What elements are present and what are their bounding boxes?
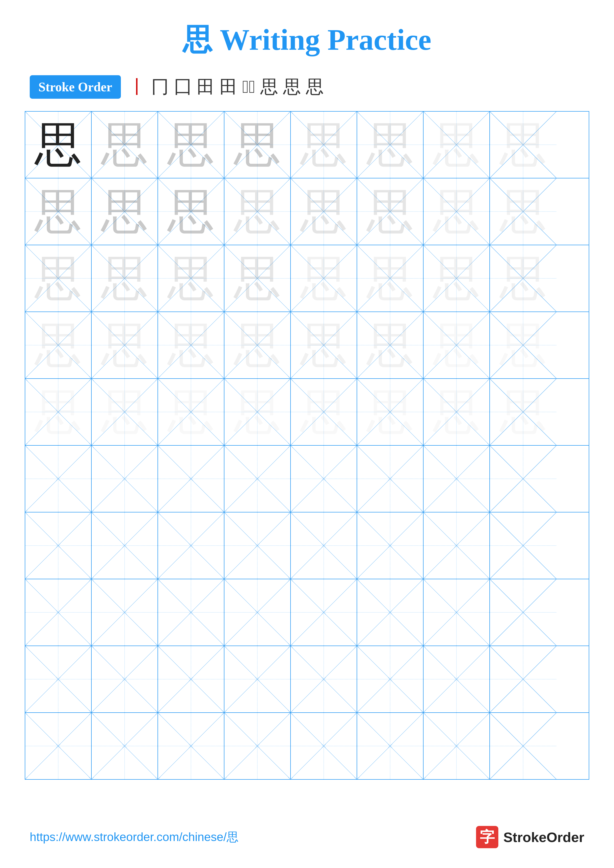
grid-row: [25, 446, 589, 512]
grid-cell[interactable]: [291, 646, 357, 712]
grid-cell[interactable]: [291, 512, 357, 579]
grid-cell[interactable]: [92, 579, 158, 646]
grid-cell[interactable]: 思: [158, 379, 224, 445]
grid-cell[interactable]: [92, 713, 158, 779]
grid-cell[interactable]: 思: [357, 312, 424, 378]
grid-cell[interactable]: [357, 713, 424, 779]
grid-cell[interactable]: [158, 446, 224, 512]
grid-cell[interactable]: [357, 646, 424, 712]
grid-cell[interactable]: [224, 713, 291, 779]
grid-cell[interactable]: [224, 446, 291, 512]
practice-char: 思: [500, 389, 547, 436]
grid-cell[interactable]: 思: [357, 245, 424, 312]
grid-cell[interactable]: 思: [291, 178, 357, 245]
grid-cell[interactable]: [92, 446, 158, 512]
grid-cell[interactable]: [490, 446, 556, 512]
grid-cell[interactable]: [25, 512, 92, 579]
practice-char: 思: [300, 121, 347, 168]
grid-cell[interactable]: 思: [291, 379, 357, 445]
grid-cell[interactable]: 思: [158, 245, 224, 312]
practice-char: 思: [367, 322, 413, 369]
grid-cell[interactable]: 思: [92, 178, 158, 245]
grid-cell[interactable]: [25, 446, 92, 512]
grid-cell[interactable]: [357, 446, 424, 512]
grid-cell[interactable]: [357, 579, 424, 646]
practice-char: 思: [168, 322, 215, 369]
grid-cell[interactable]: 思: [291, 245, 357, 312]
grid-cell[interactable]: [490, 579, 556, 646]
grid-cell[interactable]: 思: [25, 112, 92, 178]
grid-cell[interactable]: [92, 512, 158, 579]
grid-cell[interactable]: 思: [357, 112, 424, 178]
grid-cell[interactable]: 思: [224, 112, 291, 178]
grid-cell[interactable]: 思: [291, 312, 357, 378]
grid-cell[interactable]: 思: [224, 245, 291, 312]
grid-cell[interactable]: [224, 512, 291, 579]
grid-cell[interactable]: 思: [424, 245, 490, 312]
grid-cell[interactable]: [424, 579, 490, 646]
grid-cell[interactable]: [25, 579, 92, 646]
grid-cell[interactable]: 思: [92, 112, 158, 178]
grid-cell[interactable]: 思: [224, 312, 291, 378]
grid-cell[interactable]: 思: [158, 312, 224, 378]
grid-cell[interactable]: [490, 646, 556, 712]
grid-cell[interactable]: [92, 646, 158, 712]
grid-cell[interactable]: 思: [224, 178, 291, 245]
grid-cell[interactable]: 思: [25, 312, 92, 378]
practice-char: 思: [367, 389, 413, 436]
grid-cell[interactable]: 思: [25, 245, 92, 312]
grid-cell[interactable]: [490, 512, 556, 579]
grid-cell[interactable]: 思: [357, 379, 424, 445]
practice-char: 思: [168, 255, 215, 302]
grid-row: 思 思 思 思 思 思 思 思: [25, 112, 589, 178]
grid-cell[interactable]: 思: [92, 379, 158, 445]
grid-cell[interactable]: 思: [357, 178, 424, 245]
grid-cell[interactable]: [224, 646, 291, 712]
grid-cell[interactable]: 思: [92, 312, 158, 378]
grid-cell[interactable]: 思: [424, 178, 490, 245]
grid-cell[interactable]: 思: [490, 178, 556, 245]
grid-cell[interactable]: [357, 512, 424, 579]
grid-cell[interactable]: 思: [424, 312, 490, 378]
grid-cell[interactable]: 思: [25, 178, 92, 245]
grid-cell[interactable]: [424, 713, 490, 779]
grid-row: [25, 579, 589, 646]
stroke-seq-char-2: 冂: [151, 75, 169, 99]
grid-cell[interactable]: [158, 713, 224, 779]
grid-cell[interactable]: [224, 579, 291, 646]
grid-cell[interactable]: 思: [490, 245, 556, 312]
grid-cell[interactable]: 思: [424, 379, 490, 445]
grid-cell[interactable]: [490, 713, 556, 779]
practice-char: 思: [300, 188, 347, 235]
grid-cell[interactable]: 思: [490, 379, 556, 445]
grid-cell[interactable]: 思: [158, 112, 224, 178]
grid-cell[interactable]: [291, 713, 357, 779]
grid-cell[interactable]: 思: [424, 112, 490, 178]
grid-cell[interactable]: [158, 646, 224, 712]
grid-cell[interactable]: [158, 512, 224, 579]
practice-char: 思: [168, 121, 215, 168]
grid-cell[interactable]: [424, 646, 490, 712]
footer-url[interactable]: https://www.strokeorder.com/chinese/思: [30, 829, 238, 845]
grid-cell[interactable]: [25, 713, 92, 779]
practice-char: 思: [433, 322, 480, 369]
practice-char: 思: [300, 389, 347, 436]
grid-cell[interactable]: [291, 446, 357, 512]
grid-row: 思 思 思 思 思 思 思 思: [25, 312, 589, 379]
stroke-seq-char-8: 思: [283, 75, 301, 99]
grid-cell[interactable]: [424, 512, 490, 579]
grid-cell[interactable]: 思: [291, 112, 357, 178]
grid-cell[interactable]: [424, 446, 490, 512]
grid-cell[interactable]: 思: [25, 379, 92, 445]
grid-cell[interactable]: 思: [158, 178, 224, 245]
grid-cell[interactable]: [25, 646, 92, 712]
grid-cell[interactable]: 思: [490, 112, 556, 178]
stroke-order-section: Stroke Order 丨 冂 囗 田 田 𠂇田 思 思 思: [0, 75, 614, 99]
grid-cell[interactable]: 思: [224, 379, 291, 445]
stroke-seq-char-9: 思: [306, 75, 324, 99]
grid-cell[interactable]: [291, 579, 357, 646]
grid-cell[interactable]: [158, 579, 224, 646]
grid-row: 思 思 思 思 思 思 思 思: [25, 379, 589, 446]
grid-cell[interactable]: 思: [92, 245, 158, 312]
grid-cell[interactable]: 思: [490, 312, 556, 378]
